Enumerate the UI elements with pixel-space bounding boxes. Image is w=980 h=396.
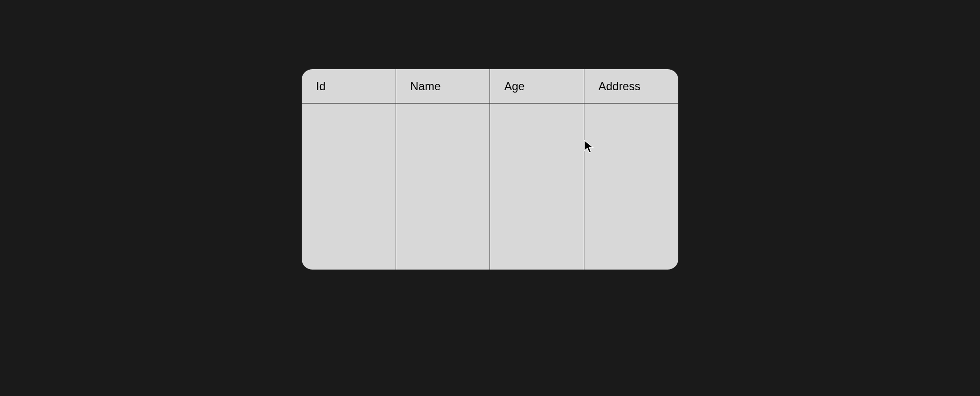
table-column — [490, 104, 584, 270]
data-table: Id Name Age Address — [302, 69, 678, 270]
table-column — [584, 104, 679, 270]
column-header-id[interactable]: Id — [302, 69, 396, 103]
table-header-row: Id Name Age Address — [302, 69, 678, 104]
column-header-label: Address — [599, 80, 641, 93]
column-header-label: Age — [504, 80, 525, 93]
column-header-label: Id — [316, 80, 326, 93]
column-header-age[interactable]: Age — [490, 69, 584, 103]
table-column — [396, 104, 490, 270]
column-header-label: Name — [410, 80, 441, 93]
column-header-address[interactable]: Address — [584, 69, 679, 103]
column-header-name[interactable]: Name — [396, 69, 490, 103]
table-body — [302, 104, 678, 270]
table-column — [302, 104, 396, 270]
